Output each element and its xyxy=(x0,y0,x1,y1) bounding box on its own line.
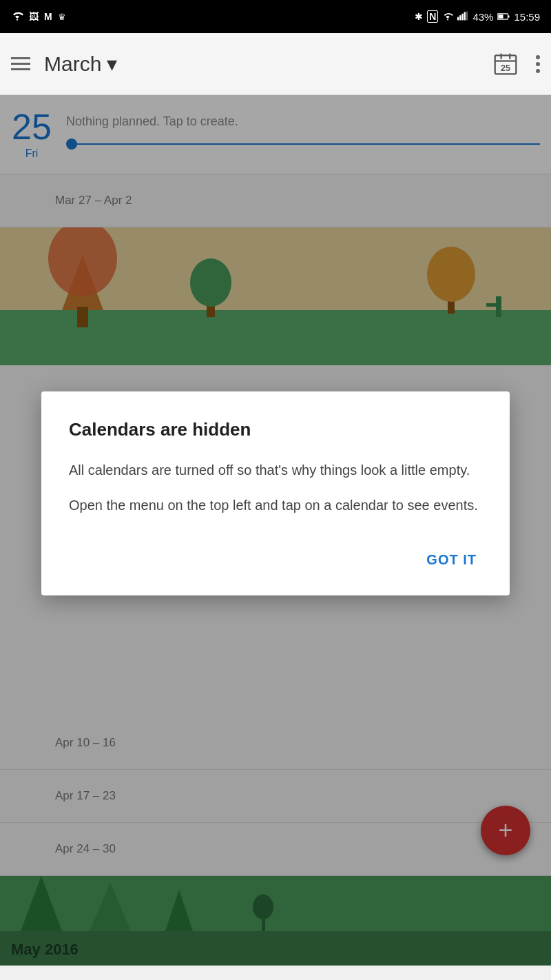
battery-icon xyxy=(497,11,510,23)
today-button[interactable]: 25 xyxy=(489,48,522,81)
svg-rect-7 xyxy=(499,14,503,19)
svg-rect-6 xyxy=(508,15,510,17)
dropdown-arrow-icon[interactable]: ▾ xyxy=(107,52,117,76)
email-icon: M xyxy=(44,11,52,22)
calendars-hidden-dialog: Calendars are hidden All calendars are t… xyxy=(41,391,510,595)
app-bar: March ▾ 25 xyxy=(0,33,551,95)
main-content: 25 Fri Nothing planned. Tap to create. M… xyxy=(0,95,551,966)
image-icon: 🖼 xyxy=(29,11,39,22)
dialog-actions: GOT IT xyxy=(69,538,482,575)
cell-signal-icon xyxy=(457,11,468,23)
bluetooth-icon: ✱ xyxy=(415,11,423,22)
status-right-icons: ✱ N 43% 15:59 xyxy=(415,10,540,23)
crown-icon: ♛ xyxy=(58,12,66,22)
svg-rect-0 xyxy=(457,17,459,20)
svg-rect-3 xyxy=(464,12,466,20)
dialog-body-paragraph-2: Open the menu on the top left and tap on… xyxy=(69,495,482,516)
wifi-icon xyxy=(11,11,23,23)
nfc-icon: N xyxy=(427,10,438,23)
dialog-body: All calendars are turned off so that's w… xyxy=(69,460,482,516)
wifi-signal-icon xyxy=(442,11,453,23)
svg-text:25: 25 xyxy=(501,63,510,72)
got-it-button[interactable]: GOT IT xyxy=(421,545,482,575)
more-options-button[interactable] xyxy=(536,55,540,73)
svg-rect-1 xyxy=(460,15,461,20)
time-display: 15:59 xyxy=(514,11,540,23)
menu-button[interactable] xyxy=(11,57,30,70)
month-title: March xyxy=(44,52,101,76)
status-bar: 🖼 M ♛ ✱ N 43% 15 xyxy=(0,0,551,33)
dialog-title: Calendars are hidden xyxy=(69,419,482,440)
dialog-body-paragraph-1: All calendars are turned off so that's w… xyxy=(69,460,482,481)
app-bar-actions: 25 xyxy=(489,48,540,81)
svg-rect-2 xyxy=(462,13,464,20)
svg-rect-4 xyxy=(466,11,468,20)
app-bar-title: March ▾ xyxy=(44,52,475,76)
status-left-icons: 🖼 M ♛ xyxy=(11,11,66,23)
battery-percent: 43% xyxy=(472,11,493,23)
